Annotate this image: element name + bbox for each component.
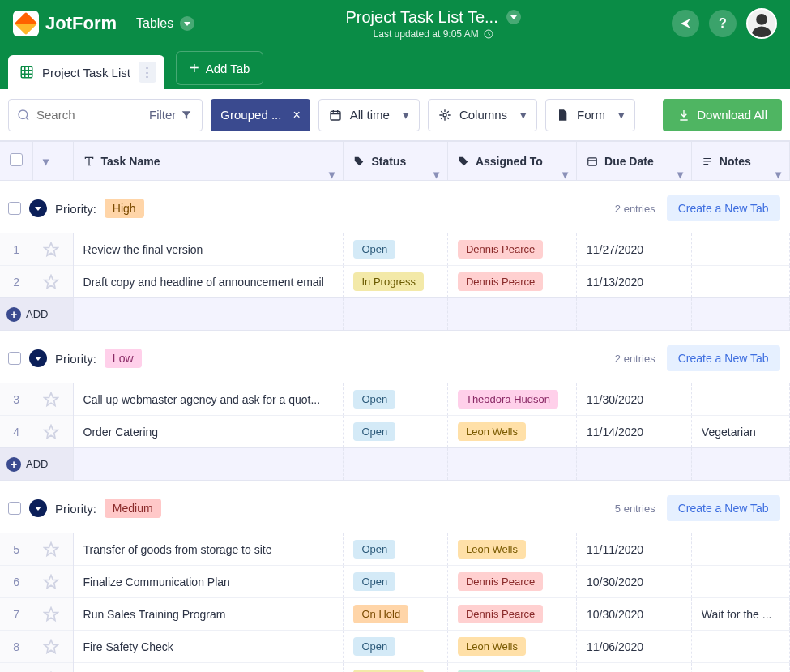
due-cell[interactable]: 10/30/2020 bbox=[577, 598, 692, 631]
task-cell[interactable]: Review the final version bbox=[73, 233, 344, 266]
table-row[interactable]: 3Call up webmaster agency and ask for a … bbox=[0, 383, 790, 416]
share-button[interactable] bbox=[672, 10, 699, 37]
tab-menu-button[interactable]: ⋮ bbox=[139, 62, 156, 83]
notes-cell[interactable] bbox=[691, 383, 789, 416]
chevron-down-icon[interactable]: ▾ bbox=[562, 168, 568, 181]
chevron-down-icon[interactable]: ▾ bbox=[775, 168, 781, 181]
group-checkbox[interactable] bbox=[8, 352, 21, 365]
due-cell[interactable]: 11/13/2020 bbox=[577, 266, 692, 298]
task-cell[interactable]: Run Sales Training Program bbox=[73, 598, 344, 631]
table-row[interactable]: 9Create deployment planIn ProgressConrad… bbox=[0, 663, 790, 673]
help-button[interactable]: ? bbox=[709, 10, 737, 37]
add-tab-button[interactable]: + Add Tab bbox=[176, 51, 263, 85]
col-notes[interactable]: Notes ▾ bbox=[691, 142, 789, 181]
star-icon[interactable] bbox=[43, 392, 59, 408]
status-cell[interactable]: Open bbox=[344, 631, 447, 663]
add-row[interactable]: +ADD bbox=[0, 448, 790, 481]
task-cell[interactable]: Transfer of goods from storage to site bbox=[73, 533, 344, 566]
form-dropdown[interactable]: Form ▾ bbox=[545, 99, 635, 131]
status-cell[interactable]: Open bbox=[344, 383, 447, 416]
status-cell[interactable]: On Hold bbox=[344, 598, 447, 631]
status-cell[interactable]: In Progress bbox=[344, 266, 447, 298]
filter-button[interactable]: Filter bbox=[139, 100, 202, 131]
table-row[interactable]: 6Finalize Communication PlanOpenDennis P… bbox=[0, 566, 790, 598]
due-cell[interactable]: 11/27/2020 bbox=[577, 233, 692, 266]
table-row[interactable]: 2Draft copy and headline of announcement… bbox=[0, 266, 790, 298]
star-icon[interactable] bbox=[43, 274, 59, 290]
chevron-down-icon[interactable]: ▾ bbox=[433, 168, 439, 181]
due-cell[interactable]: 11/11/2020 bbox=[577, 533, 692, 566]
task-cell[interactable]: Finalize Communication Plan bbox=[73, 566, 344, 598]
table-row[interactable]: 1Review the final versionOpenDennis Pear… bbox=[0, 233, 790, 266]
title-dropdown[interactable] bbox=[506, 10, 521, 24]
add-row[interactable]: +ADD bbox=[0, 298, 790, 331]
logo[interactable]: JotForm bbox=[13, 11, 117, 36]
status-cell[interactable]: Open bbox=[344, 566, 447, 598]
star-icon[interactable] bbox=[43, 639, 59, 655]
assigned-cell[interactable]: Dennis Pearce bbox=[447, 566, 576, 598]
due-cell[interactable]: 11/13/2020 bbox=[577, 663, 692, 673]
star-icon[interactable] bbox=[43, 242, 59, 258]
close-icon[interactable]: × bbox=[293, 108, 300, 122]
group-toggle[interactable] bbox=[29, 349, 47, 367]
star-icon[interactable] bbox=[43, 541, 59, 558]
notes-cell[interactable]: Do not forg... bbox=[691, 663, 789, 673]
notes-cell[interactable] bbox=[691, 631, 789, 663]
assigned-cell[interactable]: Dennis Pearce bbox=[447, 598, 576, 631]
due-cell[interactable]: 10/30/2020 bbox=[577, 566, 692, 598]
status-cell[interactable]: Open bbox=[344, 233, 447, 266]
assigned-cell[interactable]: Leon Wells bbox=[447, 631, 576, 663]
notes-cell[interactable] bbox=[691, 566, 789, 598]
avatar[interactable] bbox=[746, 8, 777, 39]
notes-cell[interactable] bbox=[691, 533, 789, 566]
assigned-cell[interactable]: Dennis Pearce bbox=[447, 233, 576, 266]
group-checkbox[interactable] bbox=[8, 202, 21, 215]
task-cell[interactable]: Create deployment plan bbox=[73, 663, 344, 673]
group-toggle[interactable] bbox=[29, 199, 47, 217]
assigned-cell[interactable]: Leon Wells bbox=[447, 416, 576, 448]
create-new-tab-button[interactable]: Create a New Tab bbox=[667, 195, 780, 221]
table-row[interactable]: 7Run Sales Training ProgramOn HoldDennis… bbox=[0, 598, 790, 631]
notes-cell[interactable] bbox=[691, 266, 789, 298]
task-cell[interactable]: Call up webmaster agency and ask for a q… bbox=[73, 383, 344, 416]
notes-cell[interactable]: Vegetarian bbox=[691, 416, 789, 448]
due-cell[interactable]: 11/14/2020 bbox=[577, 416, 692, 448]
col-due[interactable]: Due Date ▾ bbox=[577, 142, 692, 181]
due-cell[interactable]: 11/06/2020 bbox=[577, 631, 692, 663]
col-assigned[interactable]: Assigned To ▾ bbox=[447, 142, 576, 181]
task-cell[interactable]: Order Catering bbox=[73, 416, 344, 448]
assigned-cell[interactable]: Dennis Pearce bbox=[447, 266, 576, 298]
assigned-cell[interactable]: Leon Wells bbox=[447, 533, 576, 566]
notes-cell[interactable]: Wait for the ... bbox=[691, 598, 789, 631]
create-new-tab-button[interactable]: Create a New Tab bbox=[667, 345, 780, 371]
search-input[interactable] bbox=[9, 108, 139, 122]
assigned-cell[interactable]: Theodora Hudson bbox=[447, 383, 576, 416]
table-row[interactable]: 8Fire Safety CheckOpenLeon Wells11/06/20… bbox=[0, 631, 790, 663]
task-cell[interactable]: Draft copy and headline of announcement … bbox=[73, 266, 344, 298]
notes-cell[interactable] bbox=[691, 233, 789, 266]
star-icon[interactable] bbox=[43, 574, 59, 590]
group-checkbox[interactable] bbox=[8, 502, 21, 515]
alltime-dropdown[interactable]: All time ▾ bbox=[318, 99, 420, 131]
due-cell[interactable]: 11/30/2020 bbox=[577, 383, 692, 416]
chevron-down-icon[interactable]: ▾ bbox=[677, 168, 683, 181]
nav-tables[interactable]: Tables bbox=[136, 16, 194, 31]
task-cell[interactable]: Fire Safety Check bbox=[73, 631, 344, 663]
expand-all-cell[interactable]: ▾ bbox=[33, 142, 74, 181]
grouped-pill[interactable]: Grouped ... × bbox=[211, 99, 310, 131]
create-new-tab-button[interactable]: Create a New Tab bbox=[667, 495, 780, 521]
col-status[interactable]: Status ▾ bbox=[344, 142, 447, 181]
star-icon[interactable] bbox=[43, 606, 59, 623]
table-row[interactable]: 5Transfer of goods from storage to siteO… bbox=[0, 533, 790, 566]
download-all-button[interactable]: Download All bbox=[663, 99, 782, 131]
col-task-name[interactable]: Task Name ▾ bbox=[73, 142, 344, 181]
status-cell[interactable]: In Progress bbox=[344, 663, 447, 673]
status-cell[interactable]: Open bbox=[344, 533, 447, 566]
group-toggle[interactable] bbox=[29, 499, 47, 517]
tab-project-task-list[interactable]: Project Task List ⋮ bbox=[8, 55, 164, 89]
select-all-checkbox[interactable] bbox=[10, 153, 23, 166]
columns-dropdown[interactable]: Columns ▾ bbox=[428, 99, 537, 131]
table-row[interactable]: 4Order CateringOpenLeon Wells11/14/2020V… bbox=[0, 416, 790, 448]
chevron-down-icon[interactable]: ▾ bbox=[329, 168, 335, 181]
assigned-cell[interactable]: Conrad Austin bbox=[447, 663, 576, 673]
